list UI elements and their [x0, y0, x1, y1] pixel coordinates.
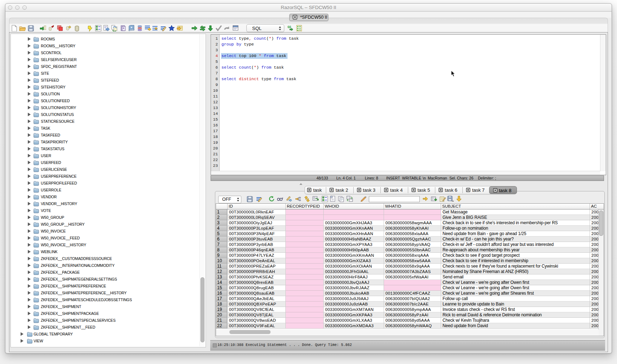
- svg-text:66: 66: [288, 25, 291, 29]
